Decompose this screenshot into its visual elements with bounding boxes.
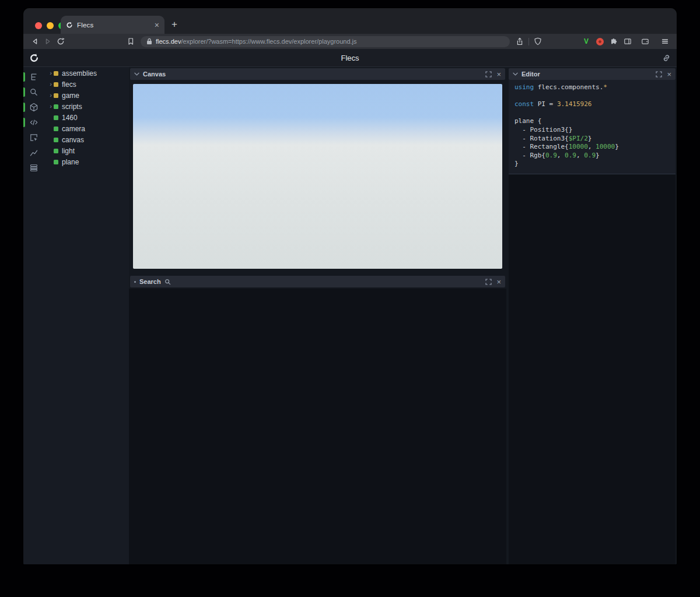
tree-item-label: plane: [62, 158, 79, 166]
tree-item-flecs[interactable]: ›flecs: [44, 79, 129, 90]
extensions-puzzle-icon[interactable]: [608, 36, 620, 47]
code-line: const PI = 3.1415926: [514, 100, 670, 109]
forward-button[interactable]: [42, 36, 54, 47]
search-panel-body: [129, 289, 506, 564]
code-token-def: }: [615, 143, 619, 150]
link-icon[interactable]: [662, 54, 671, 62]
rail-tree-icon[interactable]: [23, 69, 44, 85]
editor-panel-header: Editor ×: [509, 68, 676, 80]
close-icon[interactable]: ×: [496, 71, 501, 78]
expand-icon[interactable]: [485, 279, 492, 285]
code-line: [514, 109, 670, 118]
url-host: flecs.dev: [156, 38, 181, 45]
entity-swatch-icon: [54, 115, 58, 120]
code-token-def: ,: [588, 143, 596, 150]
code-editor[interactable]: using flecs.components.* const PI = 3.14…: [509, 80, 676, 174]
toolbar-divider: [528, 38, 529, 45]
tree-item-label: canvas: [62, 136, 84, 144]
expand-icon[interactable]: [656, 71, 662, 78]
lock-icon: [146, 38, 152, 45]
code-token-def: flecs.components.: [538, 83, 604, 91]
tree-item-light[interactable]: light: [44, 145, 129, 156]
code-token-def: - Rectangle{: [514, 143, 569, 150]
module-swatch-icon: [54, 71, 58, 76]
code-token-def: - Position3{}: [514, 126, 572, 134]
rail-inspect-icon[interactable]: [23, 130, 44, 145]
code-line: - Rotation3{$PI/2}: [514, 135, 670, 143]
expand-chevron-icon[interactable]: ›: [48, 70, 54, 76]
code-token-val: 0.9: [584, 152, 596, 159]
extension-v-icon[interactable]: V: [581, 36, 592, 47]
tree-item-canvas[interactable]: canvas: [44, 134, 129, 145]
tree-item-camera[interactable]: camera: [44, 123, 129, 134]
entity-swatch-icon: [54, 104, 58, 109]
code-line: - Rgb{0.9, 0.9, 0.9}: [514, 152, 670, 160]
code-line: [514, 92, 670, 101]
panel-bullet-icon[interactable]: [134, 281, 136, 283]
tree-item-label: flecs: [62, 80, 76, 89]
main-column: Canvas × Search ×: [129, 67, 506, 564]
tree-item-label: scripts: [62, 103, 82, 111]
rail-rows-icon[interactable]: [23, 160, 44, 175]
tree-item-assemblies[interactable]: ›assemblies: [44, 68, 129, 79]
code-token-def: ,: [557, 152, 565, 159]
extension-icons: V: [581, 36, 671, 47]
expand-chevron-icon[interactable]: ›: [48, 92, 54, 99]
window-close-button[interactable]: [35, 22, 42, 29]
share-icon[interactable]: [514, 36, 526, 47]
code-line: using flecs.components.*: [514, 83, 670, 92]
expand-chevron-icon[interactable]: ›: [48, 103, 54, 110]
url-path: /explorer/?wasm=https://www.flecs.dev/ex…: [181, 38, 356, 45]
tab-title: Flecs: [77, 22, 150, 29]
code-token-val: 0.9: [545, 152, 557, 159]
chevron-down-icon[interactable]: [513, 72, 518, 76]
module-swatch-icon: [54, 82, 58, 87]
tree-item-scripts[interactable]: ›scripts: [44, 101, 129, 112]
back-button[interactable]: [29, 36, 41, 47]
menu-icon[interactable]: [659, 36, 671, 47]
page-title: Flecs: [23, 54, 677, 62]
tree-item-game[interactable]: ›game: [44, 90, 129, 101]
shield-icon[interactable]: [532, 36, 544, 47]
code-line: plane {: [514, 117, 670, 126]
tab-close-icon[interactable]: ×: [155, 21, 159, 29]
expand-icon[interactable]: [485, 71, 492, 78]
window-minimize-button[interactable]: [47, 22, 54, 29]
new-tab-button[interactable]: +: [168, 18, 181, 31]
tree-item-label: 1460: [62, 114, 78, 122]
rail-cube-icon[interactable]: [23, 100, 44, 115]
browser-window: Flecs × + flecs.dev/explorer/?wasm=https…: [23, 8, 677, 564]
entity-tree-panel: ›assemblies›flecs›game›scripts1460camera…: [44, 67, 129, 564]
code-token-def: PI =: [538, 100, 557, 108]
sidebar-toggle-icon[interactable]: [622, 36, 634, 47]
expand-chevron-icon[interactable]: ›: [48, 81, 54, 87]
tree-item-plane[interactable]: plane: [44, 156, 129, 167]
close-icon[interactable]: ×: [667, 71, 671, 78]
code-line: - Position3{}: [514, 126, 670, 135]
editor-panel-body: [509, 174, 676, 564]
chevron-down-icon[interactable]: [134, 72, 139, 76]
extension-red-icon[interactable]: [594, 36, 606, 47]
reload-button[interactable]: [55, 36, 66, 47]
rail-code-icon[interactable]: [23, 115, 44, 130]
close-icon[interactable]: ×: [496, 278, 501, 286]
entity-swatch-icon: [54, 149, 58, 153]
bookmark-icon[interactable]: [125, 36, 136, 47]
tree-item-label: assemblies: [62, 69, 97, 78]
canvas-3d-viewport[interactable]: [133, 84, 502, 269]
rail-search-icon[interactable]: [23, 85, 44, 100]
url-text: flecs.dev/explorer/?wasm=https://www.fle…: [156, 38, 357, 45]
code-line: }: [514, 160, 670, 168]
entity-swatch-icon: [54, 160, 58, 164]
address-bar[interactable]: flecs.dev/explorer/?wasm=https://www.fle…: [141, 36, 510, 47]
tree-item-label: camera: [62, 125, 85, 133]
rail-stats-icon[interactable]: [23, 145, 44, 160]
code-token-def: - Rgb{: [514, 152, 545, 159]
wallet-icon[interactable]: [639, 36, 651, 47]
tree-item-1460[interactable]: 1460: [44, 112, 129, 123]
browser-tab[interactable]: Flecs ×: [61, 16, 164, 34]
code-token-kw: const: [514, 100, 538, 108]
code-token-val: $PI/2: [569, 135, 588, 142]
code-token-num: 3.1415926: [557, 100, 592, 108]
editor-panel-title: Editor: [522, 71, 540, 78]
